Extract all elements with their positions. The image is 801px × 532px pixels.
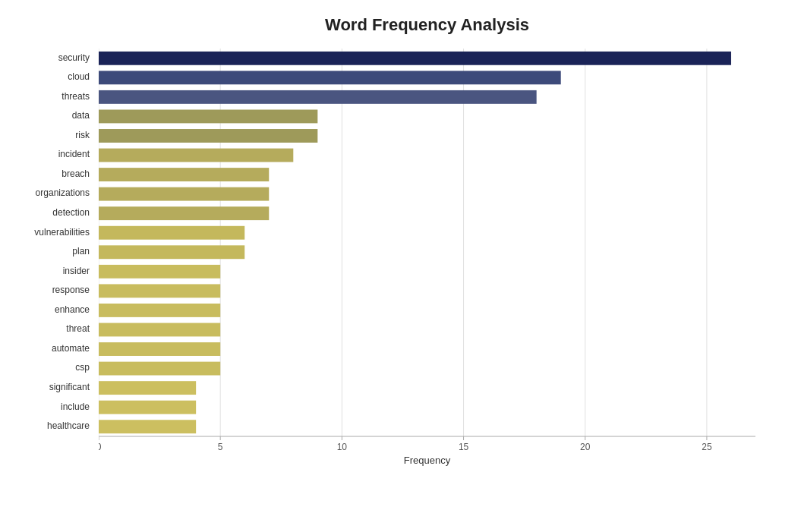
svg-text:0: 0	[99, 442, 102, 452]
bar-label: enhance	[0, 304, 90, 315]
svg-rect-22	[99, 362, 220, 376]
chart-title: Word Frequency Analysis	[99, 15, 755, 35]
svg-rect-19	[99, 304, 220, 317]
svg-rect-12	[99, 168, 269, 181]
svg-text:5: 5	[218, 442, 223, 452]
svg-text:10: 10	[337, 442, 348, 452]
bar-label: organizations	[0, 187, 90, 198]
bar-label: healthcare	[0, 420, 90, 431]
svg-rect-11	[99, 149, 293, 162]
svg-rect-9	[99, 109, 317, 123]
svg-text:25: 25	[702, 442, 712, 452]
svg-rect-23	[99, 381, 196, 395]
svg-rect-18	[99, 284, 220, 297]
svg-rect-24	[99, 401, 196, 414]
bar-label: security	[0, 52, 90, 63]
svg-text:Frequency: Frequency	[404, 455, 451, 466]
bar-label: include	[0, 401, 90, 412]
svg-rect-20	[99, 323, 220, 337]
chart-container: Word Frequency Analysis 0510152025Freque…	[0, 0, 801, 532]
svg-text:20: 20	[580, 442, 591, 452]
bar-label: insider	[0, 266, 90, 276]
bar-label: threats	[0, 91, 90, 102]
svg-rect-8	[99, 90, 537, 104]
bar-label: data	[0, 110, 90, 121]
bar-label: vulnerabilities	[0, 227, 90, 238]
bar-label: plan	[0, 246, 90, 257]
bar-label: csp	[0, 362, 90, 373]
svg-rect-13	[99, 187, 269, 201]
chart-area: 0510152025Frequency	[99, 49, 755, 467]
bar-label: significant	[0, 382, 90, 392]
svg-rect-14	[99, 206, 269, 220]
svg-text:15: 15	[459, 442, 469, 452]
bar-label: incident	[0, 149, 90, 159]
svg-rect-6	[99, 52, 731, 65]
bar-label: automate	[0, 343, 90, 354]
bar-label: risk	[0, 130, 90, 140]
bar-label: threat	[0, 323, 90, 334]
svg-rect-16	[99, 245, 244, 259]
svg-rect-25	[99, 420, 196, 433]
svg-rect-7	[99, 71, 561, 84]
bar-label: detection	[0, 207, 90, 218]
bar-label: response	[0, 285, 90, 295]
svg-rect-15	[99, 226, 244, 240]
svg-rect-17	[99, 265, 220, 279]
bar-label: breach	[0, 168, 90, 179]
svg-rect-10	[99, 129, 317, 143]
bar-label: cloud	[0, 71, 90, 82]
svg-rect-21	[99, 342, 220, 356]
